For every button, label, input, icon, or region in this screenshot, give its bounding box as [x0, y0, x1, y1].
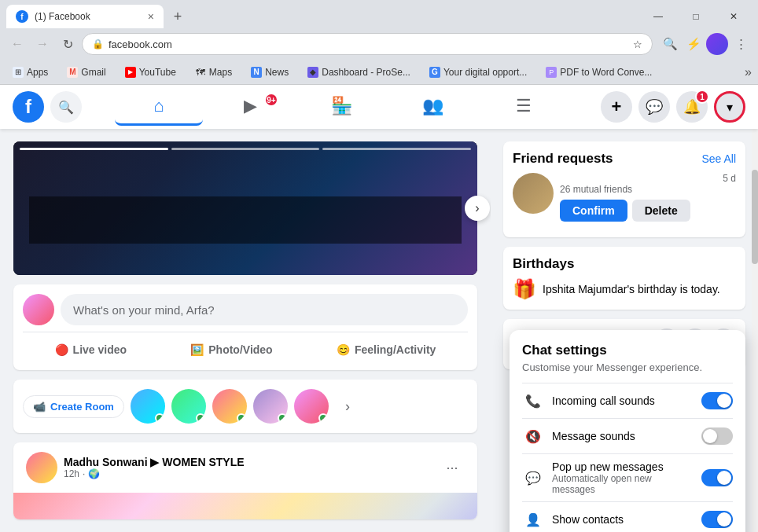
popup-info: Pop up new messages Automatically open n… — [552, 460, 694, 495]
chat-setting-message-sounds: 🔇 Message sounds — [522, 418, 733, 453]
popup-sublabel: Automatically open new messages — [552, 473, 694, 495]
scrollbar-thumb[interactable] — [752, 170, 758, 264]
nav-groups[interactable]: 👥 — [388, 88, 477, 126]
birthdays-title: Birthdays — [513, 256, 574, 272]
room-avatar-2[interactable] — [171, 389, 206, 424]
see-all-button[interactable]: See All — [701, 152, 736, 165]
feed-post: Madhu Sonwani ▶ WOMEN STYLE 12h · 🌍 ··· — [13, 442, 477, 519]
forward-button[interactable]: → — [31, 33, 53, 55]
maximize-button[interactable]: □ — [678, 5, 714, 28]
room-avatar-1[interactable] — [131, 389, 165, 424]
search-toolbar-icon[interactable]: 🔍 — [659, 33, 681, 55]
show-contacts-icon: 👤 — [522, 508, 544, 530]
delete-button[interactable]: Delete — [632, 200, 690, 222]
nav-marketplace[interactable]: 🏪 — [297, 88, 385, 126]
gmail-favicon: M — [67, 67, 78, 78]
user-avatar — [23, 294, 54, 325]
nav-menu[interactable]: ☰ — [480, 88, 568, 126]
story-next-button[interactable]: › — [465, 196, 490, 221]
rooms-more-button[interactable]: › — [335, 389, 360, 424]
birthday-item: 🎁 Ipshita Majumdar's birthday is today. — [513, 278, 736, 300]
facebook-search-button[interactable]: 🔍 — [50, 91, 82, 123]
bookmark-apps[interactable]: ⊞ Apps — [6, 65, 54, 79]
plus-icon: + — [612, 97, 622, 117]
home-icon: ⌂ — [153, 96, 164, 116]
window-controls: — □ ✕ — [640, 5, 752, 28]
friend-avatar — [513, 173, 554, 214]
room-avatar-4[interactable] — [253, 389, 288, 424]
post-user-avatar — [26, 452, 57, 483]
maps-favicon: 🗺 — [195, 67, 206, 78]
show-contacts-toggle[interactable] — [701, 511, 733, 528]
bookmark-news-label: News — [265, 67, 289, 78]
message-sounds-icon: 🔇 — [522, 425, 544, 447]
story-area[interactable] — [13, 141, 477, 275]
bookmark-maps[interactable]: 🗺 Maps — [189, 65, 238, 79]
post-more-button[interactable]: ··· — [440, 455, 465, 480]
create-room-button[interactable]: 📹 Create Room — [23, 395, 124, 418]
popup-toggle[interactable] — [701, 469, 733, 486]
birthdays-section: Birthdays 🎁 Ipshita Majumdar's birthday … — [503, 247, 745, 310]
more-bookmarks-button[interactable]: » — [745, 65, 752, 79]
toolbar-icons: 🔍 ⚡ ⋮ — [659, 33, 752, 55]
extensions-icon[interactable]: ⚡ — [683, 33, 705, 55]
post-box: What's on your mind, Arfa? 🔴 Live video … — [13, 284, 477, 370]
bookmark-dashboard[interactable]: ◆ Dashboard - ProSe... — [301, 65, 417, 79]
story-dot-2 — [171, 148, 320, 150]
message-sounds-toggle[interactable] — [701, 427, 733, 445]
create-room-label: Create Room — [50, 401, 114, 413]
room-avatar-5[interactable] — [294, 389, 329, 424]
marketplace-icon: 🏪 — [331, 96, 352, 116]
post-user-name: Madhu Sonwani ▶ WOMEN STYLE — [64, 456, 433, 468]
url-bar[interactable]: 🔒 facebook.com ☆ — [82, 33, 653, 55]
chevron-down-icon: ▾ — [727, 100, 733, 115]
new-tab-button[interactable]: + — [167, 6, 189, 28]
post-header: Madhu Sonwani ▶ WOMEN STYLE 12h · 🌍 ··· — [13, 442, 477, 493]
story-container: › — [13, 141, 477, 275]
friend-requests-title: Friend requests — [513, 151, 613, 167]
post-box-top: What's on your mind, Arfa? — [23, 294, 468, 325]
confirm-button[interactable]: Confirm — [560, 200, 627, 222]
close-window-button[interactable]: ✕ — [716, 5, 752, 28]
account-menu-button[interactable]: ▾ — [714, 91, 745, 123]
story-dot-1 — [20, 148, 168, 150]
back-button[interactable]: ← — [6, 33, 28, 55]
news-favicon: N — [251, 67, 262, 78]
birthday-gift-icon: 🎁 — [513, 278, 536, 300]
nav-home[interactable]: ⌂ — [115, 88, 203, 126]
digital-favicon: G — [429, 67, 440, 78]
notifications-button[interactable]: 🔔 1 — [676, 91, 708, 123]
rooms-row: 📹 Create Room — [23, 389, 468, 424]
bookmark-news[interactable]: N News — [245, 65, 295, 79]
toggle-knob-1 — [717, 394, 731, 408]
incoming-call-toggle[interactable] — [701, 392, 733, 409]
add-button[interactable]: + — [601, 91, 632, 123]
chat-settings-title: Chat settings — [522, 343, 733, 358]
post-input[interactable]: What's on your mind, Arfa? — [61, 294, 468, 325]
groups-icon: 👥 — [422, 96, 443, 116]
bookmark-gmail[interactable]: M Gmail — [61, 65, 112, 79]
facebook-logo[interactable]: f — [13, 91, 44, 123]
photo-video-button[interactable]: 🖼️ Photo/Video — [181, 339, 281, 361]
pdf-favicon: P — [546, 67, 557, 78]
bookmark-youtube[interactable]: ▶ YouTube — [119, 65, 182, 79]
menu-icon[interactable]: ⋮ — [730, 33, 752, 55]
nav-video[interactable]: ▶ 9+ — [206, 88, 294, 126]
bookmark-digital[interactable]: G Your digital opport... — [423, 65, 533, 79]
reload-button[interactable]: ↻ — [57, 33, 79, 55]
profile-icon[interactable] — [706, 33, 728, 55]
tab-favicon: f — [16, 10, 28, 23]
browser-tab[interactable]: f (1) Facebook × — [6, 5, 164, 28]
online-indicator-3 — [237, 413, 246, 423]
toggle-knob-3 — [717, 471, 731, 485]
chat-setting-show-contacts: 👤 Show contacts — [522, 501, 733, 532]
post-image — [13, 493, 477, 519]
bookmark-pdf[interactable]: P PDF to Word Conve... — [539, 65, 658, 79]
feeling-button[interactable]: 😊 Feeling/Activity — [327, 339, 445, 361]
messenger-button[interactable]: 💬 — [638, 91, 670, 123]
tab-close-button[interactable]: × — [148, 10, 154, 23]
room-avatar-3[interactable] — [212, 389, 247, 424]
minimize-button[interactable]: — — [640, 5, 676, 28]
live-video-button[interactable]: 🔴 Live video — [46, 339, 136, 361]
star-icon[interactable]: ☆ — [633, 39, 642, 50]
